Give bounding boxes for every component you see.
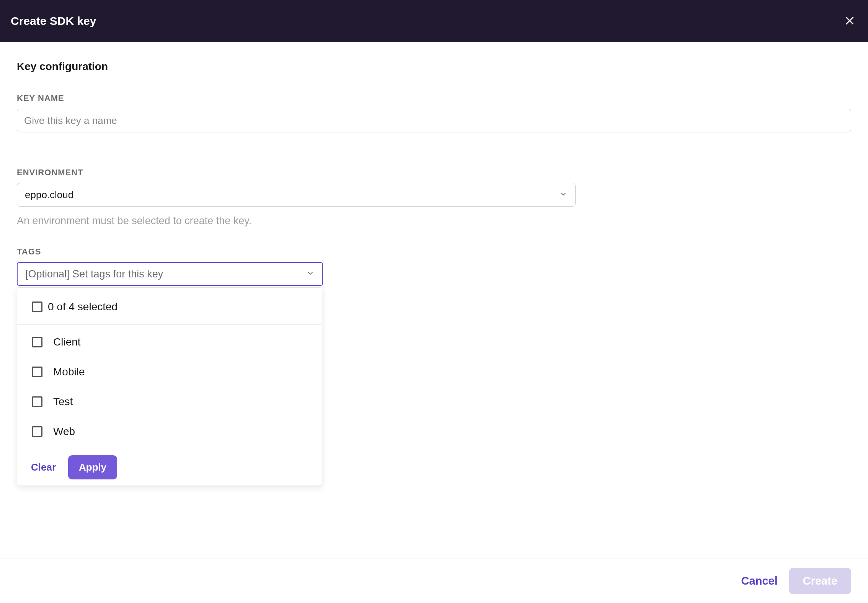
checkbox-unchecked-icon[interactable]: [32, 367, 42, 377]
checkbox-unchecked-icon[interactable]: [32, 302, 42, 312]
tag-option-mobile[interactable]: Mobile: [17, 357, 322, 387]
environment-helper-text: An environment must be selected to creat…: [17, 215, 851, 227]
section-title: Key configuration: [17, 60, 851, 73]
chevron-down-icon: [306, 268, 315, 280]
tags-placeholder: [Optional] Set tags for this key: [25, 268, 163, 280]
environment-label: ENVIRONMENT: [17, 168, 851, 178]
tag-option-label: Client: [53, 336, 81, 348]
tags-select-trigger[interactable]: [Optional] Set tags for this key: [17, 262, 323, 286]
tags-dropdown-actions: Clear Apply: [17, 449, 322, 486]
tag-option-label: Test: [53, 396, 73, 408]
chevron-down-icon: [559, 189, 568, 201]
create-button[interactable]: Create: [789, 568, 851, 594]
environment-selected-value: eppo.cloud: [25, 189, 73, 201]
tags-label: TAGS: [17, 247, 851, 257]
checkbox-unchecked-icon[interactable]: [32, 426, 42, 437]
checkbox-unchecked-icon[interactable]: [32, 396, 42, 407]
modal-content: Key configuration KEY NAME ENVIRONMENT e…: [0, 42, 868, 486]
close-button[interactable]: [842, 13, 857, 29]
tag-option-web[interactable]: Web: [17, 417, 322, 447]
cancel-button[interactable]: Cancel: [741, 575, 778, 587]
tags-select-all-label: 0 of 4 selected: [48, 301, 117, 313]
tags-apply-button[interactable]: Apply: [68, 455, 117, 479]
tags-clear-button[interactable]: Clear: [26, 457, 60, 478]
tag-option-label: Web: [53, 425, 75, 438]
tag-option-test[interactable]: Test: [17, 387, 322, 417]
tag-option-client[interactable]: Client: [17, 327, 322, 357]
environment-select[interactable]: eppo.cloud: [17, 183, 576, 207]
key-name-field: KEY NAME: [17, 93, 851, 132]
environment-field: ENVIRONMENT eppo.cloud An environment mu…: [17, 168, 851, 227]
tags-dropdown: 0 of 4 selected Client Mobile Test Web: [17, 287, 322, 486]
key-name-label: KEY NAME: [17, 93, 851, 103]
tag-option-label: Mobile: [53, 366, 85, 378]
tags-select-all-row[interactable]: 0 of 4 selected: [17, 288, 322, 325]
modal-header: Create SDK key: [0, 0, 868, 42]
modal-footer: Cancel Create: [0, 559, 868, 603]
tags-field: TAGS [Optional] Set tags for this key 0 …: [17, 247, 851, 486]
close-icon: [844, 15, 855, 27]
tags-options-list: Client Mobile Test Web: [17, 325, 322, 449]
modal-title: Create SDK key: [11, 15, 96, 28]
checkbox-unchecked-icon[interactable]: [32, 337, 42, 347]
key-name-input[interactable]: [17, 109, 851, 132]
